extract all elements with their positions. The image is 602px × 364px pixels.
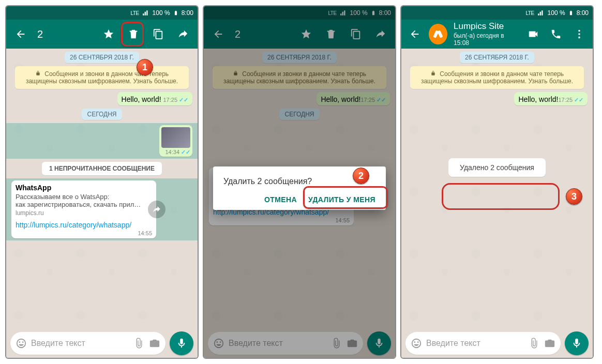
chat-area[interactable]: 26 СЕНТЯБРЯ 2018 Г. Сообщения и звонки в…	[6, 49, 198, 329]
message-input[interactable]: Введите текст	[405, 332, 561, 355]
dialog-delete-for-me-button[interactable]: УДАЛИТЬ У МЕНЯ	[308, 195, 375, 204]
today-pill: СЕГОДНЯ	[82, 109, 122, 120]
more-button[interactable]	[569, 24, 589, 44]
selection-count: 2	[37, 28, 43, 40]
lock-icon	[35, 70, 41, 76]
star-button[interactable]	[98, 24, 119, 44]
dialog-cancel-button[interactable]: ОТМЕНА	[264, 195, 297, 204]
mic-button[interactable]	[170, 331, 193, 355]
selection-app-bar: 2	[6, 20, 198, 49]
link-site: lumpics.ru	[16, 209, 152, 217]
attach-icon[interactable]	[133, 338, 145, 349]
read-ticks-icon: ✓✓	[179, 97, 188, 103]
input-placeholder: Введите текст	[31, 339, 129, 348]
back-button[interactable]	[405, 24, 425, 44]
message-hello[interactable]: Hello, world! 17:25✓✓	[117, 92, 192, 105]
delete-dialog: Удалить 2 сообщения? ОТМЕНА УДАЛИТЬ У МЕ…	[213, 166, 386, 210]
mic-button[interactable]	[565, 331, 589, 355]
screenshot-3: LTE 100 % 8:00 Lumpics Site был(-а) сего…	[400, 5, 594, 359]
share-icon[interactable]	[148, 201, 165, 218]
status-bar: LTE 100 % 8:00	[401, 6, 593, 20]
video-call-button[interactable]	[523, 24, 543, 44]
unread-banner: 1 НЕПРОЧИТАННОЕ СООБЩЕНИЕ	[42, 162, 162, 175]
date-pill: 26 СЕНТЯБРЯ 2018 Г.	[65, 52, 139, 63]
input-bar: Введите текст	[6, 329, 198, 358]
status-bar: LTE 100 % 8:00	[6, 6, 198, 20]
battery-icon	[173, 9, 178, 17]
selected-message-link[interactable]: WhatsApp Рассказываем все о WatsApp: как…	[6, 178, 198, 240]
back-button[interactable]	[10, 24, 31, 44]
dialog-question: Удалить 2 сообщения?	[223, 177, 375, 186]
avatar[interactable]	[429, 24, 448, 44]
link-title: WhatsApp	[16, 184, 152, 192]
link-url[interactable]: http://lumpics.ru/category/whatsapp/	[16, 221, 152, 229]
forward-button[interactable]	[173, 24, 193, 44]
emoji-icon[interactable]	[16, 338, 27, 349]
message-input[interactable]: Введите текст	[10, 332, 165, 355]
chat-app-bar: Lumpics Site был(-а) сегодня в 15:08	[401, 20, 593, 49]
voice-call-button[interactable]	[547, 24, 566, 44]
copy-button[interactable]	[148, 24, 169, 44]
signal-icon	[142, 9, 149, 17]
link-desc: Рассказываем все о WatsApp: как зарегист…	[16, 193, 152, 208]
chat-area[interactable]: 26 СЕНТЯБРЯ 2018 Г. Сообщения и звонки в…	[401, 49, 593, 329]
screenshot-2: LTE 100 % 8:00 2 26 СЕНТЯБРЯ 2018 Г. Соо…	[203, 5, 396, 359]
encryption-notice[interactable]: Сообщения и звонки в данном чате теперь …	[15, 66, 189, 89]
chat-title[interactable]: Lumpics Site был(-а) сегодня в 15:08	[454, 21, 515, 47]
clock: 8:00	[182, 9, 193, 17]
camera-icon[interactable]	[149, 338, 160, 349]
lte-label: LTE	[131, 10, 139, 16]
screenshot-1: LTE 100 % 8:00 2 26 СЕНТЯБРЯ 2018 Г. Соо…	[5, 5, 199, 359]
deleted-toast: Удалено 2 сообщения	[448, 158, 546, 177]
battery-pct: 100 %	[153, 9, 170, 17]
image-thumbnail[interactable]	[161, 127, 190, 148]
selected-message-image[interactable]: 14:34✓✓	[6, 123, 198, 159]
delete-button[interactable]	[123, 24, 144, 44]
